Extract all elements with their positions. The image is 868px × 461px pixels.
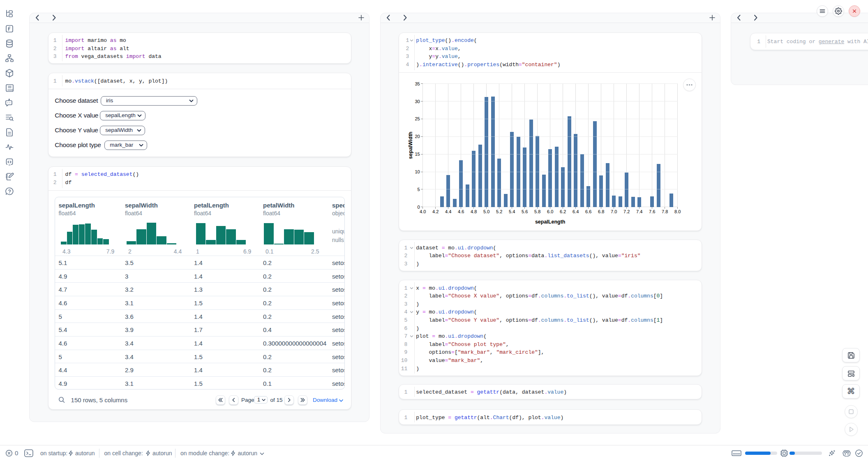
svg-text:7.4: 7.4 <box>636 209 642 214</box>
svg-text:5.6: 5.6 <box>522 209 528 214</box>
svg-text:5.8: 5.8 <box>534 209 540 214</box>
svg-text:5: 5 <box>418 187 420 191</box>
svg-text:6.6: 6.6 <box>585 209 591 214</box>
svg-text:20: 20 <box>415 134 420 139</box>
svg-text:4.4: 4.4 <box>445 209 451 214</box>
svg-text:5.0: 5.0 <box>483 209 489 214</box>
svg-text:sepalLength: sepalLength <box>535 219 566 224</box>
svg-text:0: 0 <box>418 204 420 209</box>
svg-text:7.8: 7.8 <box>662 209 668 214</box>
svg-text:25: 25 <box>415 116 420 121</box>
svg-text:6.2: 6.2 <box>560 209 566 214</box>
svg-text:8.0: 8.0 <box>674 209 681 214</box>
svg-text:10: 10 <box>415 169 420 174</box>
svg-text:15: 15 <box>415 152 420 157</box>
svg-text:6.8: 6.8 <box>598 209 604 214</box>
svg-text:4.8: 4.8 <box>471 209 477 214</box>
svg-text:5.4: 5.4 <box>509 209 515 214</box>
svg-text:6.4: 6.4 <box>573 209 579 214</box>
svg-text:7.0: 7.0 <box>611 209 617 214</box>
svg-text:6.0: 6.0 <box>547 209 553 214</box>
svg-text:7.6: 7.6 <box>649 209 655 214</box>
svg-text:4.6: 4.6 <box>458 209 464 214</box>
svg-text:35: 35 <box>415 81 420 86</box>
svg-text:4.0: 4.0 <box>420 209 426 214</box>
svg-text:30: 30 <box>415 99 420 104</box>
svg-text:7.2: 7.2 <box>623 209 630 214</box>
svg-text:4.2: 4.2 <box>432 209 439 214</box>
svg-text:5.2: 5.2 <box>496 209 502 214</box>
svg-text:sepalWidth: sepalWidth <box>408 131 413 159</box>
